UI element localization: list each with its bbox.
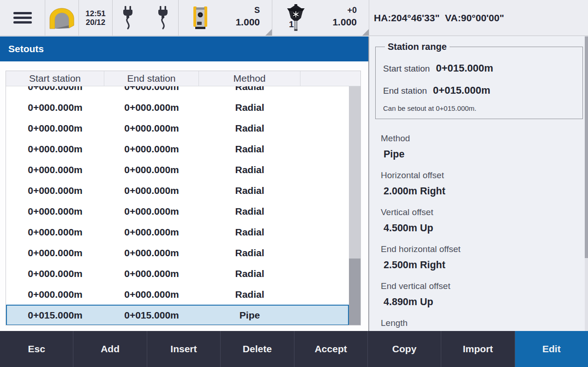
cell-method: Radial <box>199 86 300 97</box>
table-body-viewport: 0+000.000m 0+000.000m Radial 0+000.000m … <box>6 86 360 325</box>
cell-method: Radial <box>199 138 300 159</box>
details-panel: Station range Start station 0+015.000m E… <box>369 36 588 331</box>
prism-offset-value: +0 <box>332 5 357 16</box>
table-scrollbar[interactable] <box>349 86 360 325</box>
field-label: End vertical offset <box>381 279 575 293</box>
cell-method: Radial <box>199 263 300 284</box>
field-value: 2.000m Right <box>381 182 575 200</box>
table-row[interactable]: 0+000.000m 0+000.000m Radial <box>6 86 349 97</box>
cell-start-station: 0+000.000m <box>6 159 104 180</box>
connection-status-button[interactable] <box>113 0 179 36</box>
top-status-bar: 12:51 20/12 <box>0 0 588 36</box>
menu-button[interactable] <box>0 0 45 36</box>
total-station-icon <box>192 5 208 32</box>
prism-icon <box>284 4 307 33</box>
panel-scrollbar-thumb[interactable] <box>585 36 588 258</box>
copy-button[interactable]: Copy <box>368 331 441 367</box>
table-row[interactable]: 0+000.000m 0+000.000m Radial <box>6 97 349 118</box>
field-value: 2.500m Right <box>381 256 575 274</box>
cell-blank <box>300 242 349 263</box>
cell-end-station: 0+000.000m <box>104 86 199 97</box>
table-row[interactable]: 0+000.000m 0+000.000m Radial <box>6 180 349 201</box>
detail-field-method: Method Pipe <box>381 132 575 163</box>
cell-end-station: 0+000.000m <box>104 159 199 180</box>
insert-button[interactable]: Insert <box>147 331 221 367</box>
table-row[interactable]: 0+000.000m 0+000.000m Radial <box>6 284 349 305</box>
page-title-bar: Setouts <box>0 36 368 61</box>
fold-corner-icon <box>265 29 272 36</box>
cell-blank <box>300 138 349 159</box>
add-button[interactable]: Add <box>73 331 147 367</box>
cell-blank <box>300 222 349 242</box>
table-row[interactable]: 0+000.000m 0+000.000m Radial <box>6 201 349 222</box>
detail-field-horizontal-offset: Horizontal offset 2.000m Right <box>381 168 575 200</box>
cell-start-station: 0+000.000m <box>6 242 104 263</box>
reflector-mode: S <box>235 5 260 16</box>
cell-method: Radial <box>199 159 300 180</box>
detail-fields: Method Pipe Horizontal offset 2.000m Rig… <box>369 36 588 331</box>
panel-scrollbar[interactable] <box>585 36 588 331</box>
column-header-blank <box>300 71 360 86</box>
cell-start-station: 0+000.000m <box>6 284 104 305</box>
table-row[interactable]: 0+000.000m 0+000.000m Radial <box>6 118 349 138</box>
bottom-bar: EscAddInsertDeleteAcceptCopyImportEdit <box>0 331 588 367</box>
column-header-end-station: End station <box>104 71 199 86</box>
cell-end-station: 0+000.000m <box>104 97 199 118</box>
menu-icon <box>13 12 32 24</box>
table-row[interactable]: 0+000.000m 0+000.000m Radial <box>6 263 349 284</box>
field-label: Length <box>381 316 575 330</box>
station-settings-button[interactable]: S 1.000 <box>179 0 272 36</box>
table-row[interactable]: 0+000.000m 0+000.000m Radial <box>6 159 349 180</box>
app-home-button[interactable] <box>45 0 79 36</box>
table-row[interactable]: 0+000.000m 0+000.000m Radial <box>6 222 349 242</box>
delete-button[interactable]: Delete <box>221 331 294 367</box>
cell-start-station: 0+000.000m <box>6 97 104 118</box>
station-scale-value: 1.000 <box>235 16 260 28</box>
cell-start-station: 0+000.000m <box>6 263 104 284</box>
setouts-list-panel: Start stationEnd stationMethod 0+000.000… <box>0 61 368 331</box>
clock-date: 20/12 <box>86 18 106 27</box>
table-row-selected[interactable]: 0+015.000m 0+015.000m Pipe <box>6 305 349 325</box>
page-title: Setouts <box>8 43 44 54</box>
cell-blank <box>300 118 349 138</box>
plug-icon <box>123 6 133 30</box>
cell-end-station: 0+000.000m <box>104 180 199 201</box>
field-label: Vertical offset <box>381 205 575 219</box>
prism-settings-button[interactable]: 1 +0 1.000 <box>272 0 369 36</box>
time-display: 12:51 20/12 <box>79 0 113 36</box>
table-row[interactable]: 0+000.000m 0+000.000m Radial <box>6 138 349 159</box>
field-label: Method <box>381 132 575 145</box>
edit-button[interactable]: Edit <box>515 331 588 367</box>
cell-method: Pipe <box>199 305 300 325</box>
angle-readout: HA:204°46'33" VA:90°00'00" <box>369 0 588 36</box>
cell-blank <box>300 180 349 201</box>
table-scrollbar-thumb[interactable] <box>349 259 360 325</box>
cell-end-station: 0+000.000m <box>104 242 199 263</box>
cell-end-station: 0+000.000m <box>104 222 199 242</box>
cell-end-station: 0+000.000m <box>104 138 199 159</box>
field-label: Horizontal offset <box>381 168 575 182</box>
esc-button[interactable]: Esc <box>0 331 73 367</box>
cell-end-station: 0+000.000m <box>104 201 199 222</box>
cell-blank <box>300 97 349 118</box>
cell-start-station: 0+000.000m <box>6 222 104 242</box>
cell-blank <box>300 305 349 325</box>
prism-id-label: 1 <box>289 19 294 30</box>
accept-button[interactable]: Accept <box>294 331 368 367</box>
column-header-start-station: Start station <box>6 71 104 86</box>
cell-blank <box>300 86 349 97</box>
clock-time: 12:51 <box>85 9 105 18</box>
cell-method: Radial <box>199 201 300 222</box>
cell-method: Radial <box>199 284 300 305</box>
table-row[interactable]: 0+000.000m 0+000.000m Radial <box>6 242 349 263</box>
cell-method: Radial <box>199 242 300 263</box>
cell-blank <box>300 201 349 222</box>
cell-blank <box>300 159 349 180</box>
import-button[interactable]: Import <box>441 331 515 367</box>
cell-blank <box>300 263 349 284</box>
plug-icon <box>158 6 168 30</box>
cell-start-station: 0+015.000m <box>6 305 104 325</box>
field-label: End horizontal offset <box>381 242 575 256</box>
fold-corner-icon <box>362 29 369 36</box>
cell-end-station: 0+000.000m <box>104 263 199 284</box>
